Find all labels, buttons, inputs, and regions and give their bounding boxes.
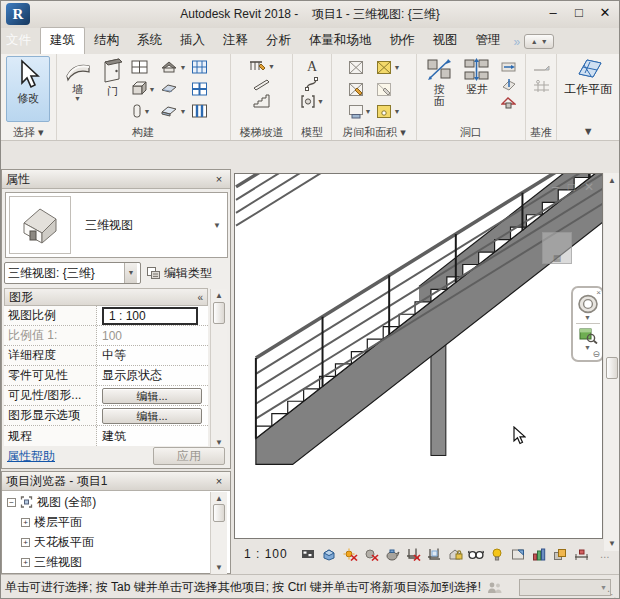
view-restore-icon[interactable]: □	[568, 180, 575, 194]
panel-label-build[interactable]: 构建	[57, 125, 231, 140]
level-button[interactable]	[532, 60, 551, 75]
tab-manage[interactable]: 管理	[467, 28, 510, 54]
panel-label-room-area[interactable]: 房间和面积 ▾	[332, 125, 415, 140]
wall-opening-button[interactable]	[500, 59, 517, 74]
edit-graphic-display-button[interactable]: 编辑...	[102, 408, 202, 424]
collapse-box-icon[interactable]: −	[7, 498, 16, 507]
render-icon[interactable]	[384, 546, 401, 562]
reveal-hidden-icon[interactable]	[489, 546, 506, 562]
view-minimize-icon[interactable]: –	[552, 180, 559, 194]
curtain-grid-button[interactable]	[190, 80, 209, 98]
scroll-up-icon[interactable]: ▲	[211, 291, 227, 300]
crop-view-icon[interactable]	[405, 546, 422, 562]
column-button[interactable]: ▼	[130, 102, 157, 120]
view-scale-field[interactable]: 1 : 100	[102, 307, 198, 325]
window-button[interactable]	[130, 58, 157, 76]
work-plane-button[interactable]: 工作平面	[564, 81, 612, 98]
visual-style-icon[interactable]	[321, 546, 338, 562]
close-icon[interactable]: ×	[212, 475, 226, 487]
panel-label-model[interactable]: 模型	[293, 125, 332, 140]
navbar-close-icon[interactable]: ×	[596, 289, 601, 297]
panel-label-work-plane[interactable]: ▼	[557, 125, 619, 140]
chevron-down-icon[interactable]: ▼	[584, 344, 591, 351]
expand-box-icon[interactable]: +	[21, 558, 30, 567]
analytical-model-icon[interactable]	[531, 546, 548, 562]
drawing-area[interactable]: – □ ✕ ▦ × ▼ ▼ ⊖	[234, 173, 603, 539]
sun-path-icon[interactable]	[342, 546, 359, 562]
tab-massing-site[interactable]: 体量和场地	[300, 28, 381, 54]
tab-systems[interactable]: 系统	[128, 28, 171, 54]
scroll-thumb[interactable]	[213, 302, 225, 324]
shadows-icon[interactable]	[363, 546, 380, 562]
roof-button[interactable]: ▼	[159, 58, 187, 76]
canvas-scrollbar[interactable]: ▲ ▼	[604, 173, 620, 551]
scroll-down-icon[interactable]: ▼	[211, 438, 227, 447]
browser-scrollbar[interactable]: ▲ ▼	[210, 492, 227, 574]
steering-wheel-icon[interactable]	[577, 294, 599, 314]
tab-overflow-icon[interactable]: »	[514, 35, 519, 49]
scroll-up-icon[interactable]: ▲	[211, 494, 227, 503]
curtain-system-button[interactable]	[190, 58, 209, 76]
model-line-button[interactable]	[303, 75, 321, 92]
scroll-up-icon[interactable]: ▲	[604, 176, 620, 185]
navbar-minimize-icon[interactable]: ⊖	[592, 350, 600, 359]
displacement-sets-icon[interactable]	[552, 546, 569, 562]
room-tag-button[interactable]: ▼	[347, 103, 373, 120]
component-button[interactable]: ▼	[130, 80, 157, 98]
properties-help-link[interactable]: 属性帮助	[7, 448, 55, 465]
area-button[interactable]: ▼	[375, 59, 401, 76]
opening-by-face-button[interactable]: 按面	[424, 56, 454, 125]
ceiling-button[interactable]	[159, 81, 187, 97]
grid-button[interactable]	[532, 79, 551, 94]
maximize-icon[interactable]: □	[571, 5, 587, 21]
zoom-icon[interactable]	[578, 326, 598, 344]
type-selector[interactable]: 三维视图 ▼	[5, 192, 228, 258]
modify-button[interactable]: 修改	[6, 56, 50, 122]
section-graphics[interactable]: 图形 «	[4, 288, 208, 306]
tree-item-3d-views[interactable]: + 三维视图	[2, 552, 212, 572]
worksharing-users-icon[interactable]	[487, 581, 503, 595]
tab-view[interactable]: 视图	[424, 28, 467, 54]
model-group-button[interactable]: ▼	[299, 93, 325, 110]
tree-item-views-root[interactable]: − 视图 (全部)	[2, 492, 212, 512]
stair-button[interactable]	[251, 93, 272, 110]
instance-selector[interactable]: 三维视图: {三维} ▼	[4, 262, 141, 284]
dormer-opening-button[interactable]	[500, 95, 517, 110]
expand-box-icon[interactable]: +	[21, 538, 30, 547]
detail-level-icon[interactable]	[300, 546, 317, 562]
close-icon[interactable]: ✕	[597, 5, 613, 21]
panel-label-circulation[interactable]: 楼梯坡道	[231, 125, 292, 140]
railing-button[interactable]: ▼	[247, 57, 276, 75]
reveal-constraints-icon[interactable]	[573, 546, 590, 562]
door-button[interactable]: 门	[98, 56, 128, 125]
model-text-button[interactable]: A	[303, 57, 321, 74]
shaft-button[interactable]: 竖井	[460, 56, 494, 125]
panel-label-datum[interactable]: 基准	[526, 125, 557, 140]
chevron-down-icon[interactable]: ▼	[584, 314, 591, 321]
crop-region-icon[interactable]	[426, 546, 443, 562]
floor-button[interactable]: ▼	[159, 103, 187, 119]
room-button[interactable]	[347, 59, 373, 76]
view-close-icon[interactable]: ✕	[584, 180, 594, 194]
tab-insert[interactable]: 插入	[171, 28, 214, 54]
parts-visibility-value[interactable]: 显示原状态	[97, 366, 208, 385]
wall-button[interactable]: 墙 ▼	[60, 56, 96, 125]
temporary-view-properties-icon[interactable]	[510, 546, 527, 562]
scroll-thumb[interactable]	[213, 504, 225, 522]
tab-architecture[interactable]: 建筑	[40, 27, 85, 54]
discipline-value[interactable]: 建筑	[97, 426, 208, 446]
minimize-icon[interactable]: –	[545, 5, 561, 21]
vertical-opening-button[interactable]	[500, 77, 517, 92]
tab-collaborate[interactable]: 协作	[381, 28, 424, 54]
temporary-hide-isolate-icon[interactable]	[468, 546, 485, 562]
viewcube[interactable]: ▦	[542, 232, 572, 264]
scroll-down-icon[interactable]: ▼	[211, 563, 227, 572]
tab-structure[interactable]: 结构	[85, 28, 128, 54]
close-icon[interactable]: ×	[212, 173, 226, 185]
edit-type-button[interactable]: 编辑类型	[144, 262, 230, 284]
room-separator-button[interactable]	[347, 81, 373, 98]
panel-label-select[interactable]: 选择 ▾	[1, 125, 56, 140]
scroll-thumb[interactable]	[606, 357, 618, 379]
lock-3d-view-icon[interactable]	[447, 546, 464, 562]
area-boundary-button[interactable]	[375, 81, 401, 98]
